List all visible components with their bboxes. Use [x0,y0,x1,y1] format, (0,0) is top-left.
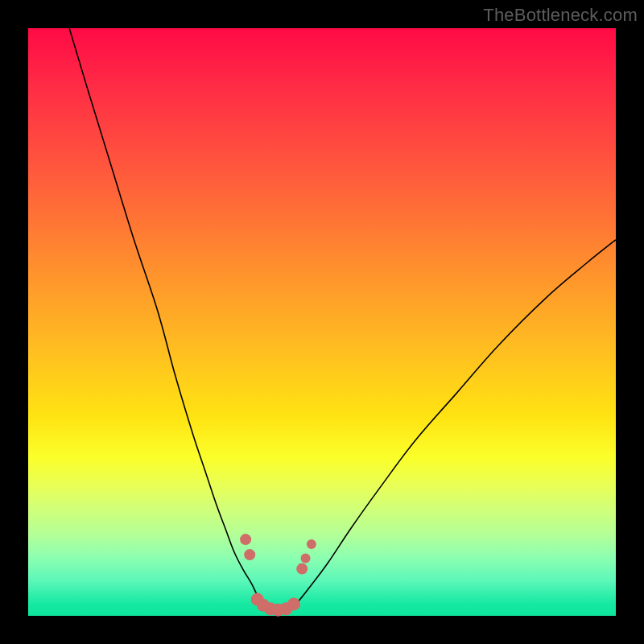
dot-floor-6 [287,597,300,610]
watermark-text: TheBottleneck.com [483,5,638,26]
dot-right-2 [301,553,311,563]
data-points-group [240,534,316,617]
dot-left-upper [240,534,251,545]
dot-left-lower [244,549,255,560]
chart-svg [28,28,616,616]
dot-right-1 [296,564,308,575]
dot-right-3 [307,539,316,549]
chart-container: TheBottleneck.com [0,0,644,644]
right-curve-path [290,240,616,609]
left-curve-path [69,28,268,609]
